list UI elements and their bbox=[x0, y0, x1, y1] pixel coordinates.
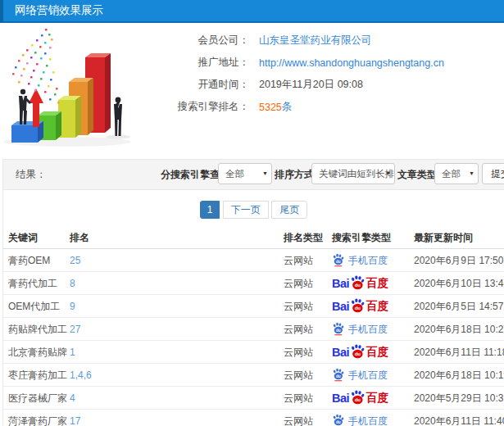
article-type-filter-label: 文章类型 bbox=[397, 168, 437, 182]
cell-updated: 2020年6月10日 13:40 bbox=[414, 276, 504, 290]
cell-rank[interactable]: 27 bbox=[70, 324, 80, 335]
chevron-down-icon: ▼ bbox=[469, 164, 474, 184]
col-header-updated: 最新更新时间 bbox=[414, 231, 473, 245]
last-page-button[interactable]: 尾页 bbox=[271, 201, 307, 219]
col-header-keyword: 关键词 bbox=[8, 231, 38, 245]
mobile-baidu-paw-icon: du bbox=[332, 323, 344, 336]
info-field: 会员公司： 山东皇圣堂药业有限公司 bbox=[159, 29, 444, 52]
cell-updated: 2020年6月11日 11:40 bbox=[414, 414, 504, 426]
sort-filter-value: 关键词由短到长排序 bbox=[319, 169, 395, 179]
info-field-value: 2019年11月20日 09:08 bbox=[259, 78, 363, 92]
info-field-label: 搜索引擎排名： bbox=[159, 100, 249, 114]
cell-rank[interactable]: 8 bbox=[70, 278, 75, 289]
businessman-right-figure bbox=[114, 97, 122, 136]
svg-text:du: du bbox=[355, 306, 361, 310]
cell-engine: du 手机百度 bbox=[332, 414, 388, 426]
baidu-logo-text-bai: Bai bbox=[332, 346, 349, 359]
cell-keyword: 枣庄膏药加工 bbox=[8, 368, 67, 382]
cell-engine: Bai du 百度 bbox=[332, 298, 388, 315]
page-title: 网络营销效果展示 bbox=[15, 0, 103, 21]
table-row: 药贴牌代加工 27 云网站 du 手机百度 2 bbox=[3, 318, 504, 341]
cell-rank-type: 云网站 bbox=[284, 391, 313, 405]
page-1-button[interactable]: 1 bbox=[200, 201, 220, 219]
svg-text:du: du bbox=[336, 329, 341, 333]
cell-rank-type: 云网站 bbox=[284, 414, 313, 426]
cell-engine: Bai du 百度 bbox=[332, 390, 388, 406]
mobile-baidu-badge: du 手机百度 bbox=[332, 414, 388, 426]
baidu-paw-icon: du bbox=[350, 298, 365, 313]
table-header-row: 关键词 排名 排名类型 搜索引擎类型 最新更新时间 bbox=[3, 227, 504, 249]
info-field-value[interactable]: 山东皇圣堂药业有限公司 bbox=[259, 34, 372, 48]
cell-rank[interactable]: 1 bbox=[70, 347, 75, 358]
cell-keyword: 膏药代加工 bbox=[8, 276, 57, 290]
baidu-logo-badge: Bai du 百度 bbox=[332, 344, 388, 360]
results-table-body: 膏药OEM 25 云网站 du 手机百度 20 bbox=[3, 249, 504, 426]
filter-bar: 结果： 分搜索引擎查看 全部 ▼ 排序方式 关键词由短到长排序 ▼ 文章类型 全… bbox=[3, 160, 504, 190]
chevron-down-icon: ▼ bbox=[262, 164, 268, 184]
svg-text:du: du bbox=[336, 420, 341, 424]
info-field-label: 会员公司： bbox=[159, 34, 249, 48]
baidu-logo-badge: Bai du 百度 bbox=[332, 298, 388, 315]
cell-rank[interactable]: 25 bbox=[70, 255, 80, 266]
cell-keyword: 北京膏药贴牌 bbox=[8, 345, 67, 359]
chevron-down-icon: ▼ bbox=[385, 164, 391, 184]
cell-rank[interactable]: 1,4,6 bbox=[70, 369, 92, 381]
results-panel: 结果： 分搜索引擎查看 全部 ▼ 排序方式 关键词由短到长排序 ▼ 文章类型 全… bbox=[2, 159, 504, 426]
submit-button[interactable]: 提交 bbox=[482, 163, 504, 184]
info-field-value[interactable]: http://www.shandonghuangshengtang.cn bbox=[259, 57, 444, 69]
cell-rank-type: 云网站 bbox=[284, 345, 313, 359]
marketing-report-page: 网络营销效果展示 bbox=[0, 0, 504, 426]
baidu-logo-badge: Bai du 百度 bbox=[332, 275, 388, 292]
info-field: 搜索引擎排名： 5325 条 bbox=[159, 96, 444, 118]
baidu-paw-icon: du bbox=[350, 390, 365, 405]
table-row: 膏药代加工 8 云网站 Bai du 百度 2020年6 bbox=[3, 272, 504, 295]
baidu-logo-text-bai: Bai bbox=[332, 277, 349, 290]
baidu-logo-text-bai: Bai bbox=[332, 392, 349, 405]
article-type-filter-select[interactable]: 全部 ▼ bbox=[434, 163, 479, 184]
table-row: OEM代加工 9 云网站 Bai du 百度 2020年 bbox=[3, 295, 504, 318]
growth-bar-chart-image bbox=[2, 26, 151, 151]
cell-rank[interactable]: 17 bbox=[70, 415, 80, 426]
col-header-rank-type: 排名类型 bbox=[284, 231, 323, 245]
cell-keyword: OEM代加工 bbox=[8, 299, 60, 313]
next-page-button[interactable]: 下一页 bbox=[223, 201, 269, 219]
cell-updated: 2020年6月18日 10:19 bbox=[414, 368, 504, 382]
cell-updated: 2020年6月18日 10:25 bbox=[414, 322, 504, 336]
cell-rank[interactable]: 4 bbox=[70, 392, 75, 404]
baidu-logo-text-cn: 百度 bbox=[366, 299, 388, 314]
cell-updated: 2020年5月29日 10:32 bbox=[414, 391, 504, 405]
svg-text:du: du bbox=[355, 283, 361, 288]
table-row: 菏泽膏药厂家 17 云网站 du 手机百度 2 bbox=[3, 410, 504, 426]
sort-filter-select[interactable]: 关键词由短到长排序 ▼ bbox=[311, 163, 395, 184]
cell-updated: 2020年6月9日 17:50 bbox=[414, 253, 503, 267]
baidu-logo-badge: Bai du 百度 bbox=[332, 390, 388, 406]
mobile-baidu-badge: du 手机百度 bbox=[332, 253, 388, 267]
mobile-baidu-paw-icon: du bbox=[332, 369, 344, 382]
table-row: 医疗器械厂家 4 云网站 Bai du 百度 2020年 bbox=[3, 387, 504, 410]
mobile-baidu-label: 手机百度 bbox=[348, 414, 388, 426]
svg-text:du: du bbox=[355, 397, 361, 402]
mobile-baidu-label: 手机百度 bbox=[348, 368, 388, 382]
engine-filter-select[interactable]: 全部 ▼ bbox=[218, 163, 272, 184]
col-header-engine-type: 搜索引擎类型 bbox=[332, 231, 391, 245]
page-header: 网络营销效果展示 bbox=[0, 0, 504, 23]
col-header-rank: 排名 bbox=[70, 231, 89, 245]
article-type-filter-value: 全部 bbox=[442, 169, 461, 179]
info-field-suffix: 条 bbox=[282, 100, 293, 114]
mobile-baidu-label: 手机百度 bbox=[348, 322, 388, 336]
svg-text:du: du bbox=[336, 260, 341, 264]
cell-keyword: 医疗器械厂家 bbox=[8, 391, 67, 405]
mobile-baidu-badge: du 手机百度 bbox=[332, 368, 388, 382]
table-row: 枣庄膏药加工 1,4,6 云网站 du 手机百度 bbox=[3, 364, 504, 387]
cell-keyword: 药贴牌代加工 bbox=[8, 322, 67, 336]
baidu-logo-text-bai: Bai bbox=[332, 300, 349, 313]
cell-updated: 2020年6月11日 11:18 bbox=[414, 345, 504, 359]
svg-text:du: du bbox=[336, 374, 341, 378]
results-table: 关键词 排名 排名类型 搜索引擎类型 最新更新时间 膏药OEM 25 云网站 bbox=[3, 227, 504, 426]
company-info: 会员公司： 山东皇圣堂药业有限公司 推广地址： http://www.shand… bbox=[159, 29, 444, 118]
info-field-value[interactable]: 5325 bbox=[259, 102, 282, 113]
results-section-label: 结果： bbox=[16, 168, 47, 182]
cell-rank-type: 云网站 bbox=[284, 299, 313, 313]
cell-rank[interactable]: 9 bbox=[70, 301, 75, 312]
table-row: 北京膏药贴牌 1 云网站 Bai du 百度 2020年 bbox=[3, 341, 504, 364]
